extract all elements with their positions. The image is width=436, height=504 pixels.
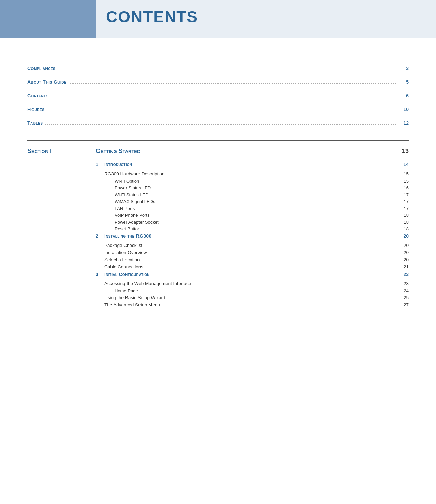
sub1-entry: The Advanced Setup Menu27 <box>96 302 409 307</box>
sub1-title: Installation Overview <box>104 250 395 255</box>
sub1-title: Select a Location <box>104 257 395 262</box>
sub2-entry: VoIP Phone Ports18 <box>96 213 409 218</box>
section-row: Section IGetting Started13 <box>27 148 409 155</box>
sub1-title: Package Checklist <box>104 243 395 248</box>
sub2-page: 17 <box>395 192 409 197</box>
sub2-page: 17 <box>395 199 409 204</box>
sub2-title: Home Page <box>115 288 395 293</box>
toc-entry-title: Figures <box>27 107 44 112</box>
section-page: 13 <box>395 148 409 155</box>
sub2-page: 18 <box>395 213 409 218</box>
chapter-page: 14 <box>395 162 409 167</box>
sub1-title: Using the Basic Setup Wizard <box>104 295 395 300</box>
main-content: Compliances3About This Guide5Contents6Fi… <box>0 38 436 504</box>
chapter-title: Installing the RG300 <box>104 233 395 239</box>
sub2-entry: Power Adapter Socket18 <box>96 220 409 225</box>
sub2-title: Power Adapter Socket <box>115 220 395 225</box>
section-title: Getting Started <box>96 148 395 155</box>
sub1-page: 21 <box>395 264 409 269</box>
toc-entry-page: 5 <box>398 79 409 85</box>
sub1-entry: Using the Basic Setup Wizard25 <box>96 295 409 300</box>
chapter-title: Initial Configuration <box>104 271 395 277</box>
sub2-title: Wi-Fi Status LED <box>115 192 395 197</box>
sub1-page: 23 <box>395 281 409 286</box>
sub2-page: 18 <box>395 220 409 225</box>
sub1-entry: Cable Connections21 <box>96 264 409 269</box>
sub1-entry: Installation Overview20 <box>96 250 409 255</box>
sub1-entry: Select a Location20 <box>96 257 409 262</box>
sub2-title: Reset Button <box>115 226 395 231</box>
toc-entry: Tables12 <box>27 116 409 130</box>
sub1-page: 15 <box>395 171 409 176</box>
toc-dots <box>58 70 396 70</box>
chapter-title: Introduction <box>104 162 395 167</box>
toc-dots <box>45 124 396 125</box>
chapter-page: 23 <box>395 271 409 277</box>
toc-entry: Compliances3 <box>27 62 409 75</box>
header-left-decoration <box>0 0 96 38</box>
sub1-entry: RG300 Hardware Description15 <box>96 171 409 176</box>
chapter-entry: 1Introduction14 <box>96 162 409 167</box>
toc-entry-page: 6 <box>398 93 409 98</box>
sub2-title: LAN Ports <box>115 206 395 211</box>
sub2-title: Wi-Fi Option <box>115 178 395 184</box>
sub1-page: 20 <box>395 257 409 262</box>
sub2-page: 18 <box>395 226 409 231</box>
toc-entry-title: About This Guide <box>27 79 66 85</box>
toc-simple-section: Compliances3About This Guide5Contents6Fi… <box>27 62 409 130</box>
toc-entry-page: 12 <box>398 120 409 126</box>
sub1-title: RG300 Hardware Description <box>104 171 395 176</box>
chapter-entry: 2Installing the RG30020 <box>96 233 409 239</box>
sub2-entry: Power Status LED16 <box>96 185 409 190</box>
sub1-title: The Advanced Setup Menu <box>104 302 395 307</box>
header: CONTENTS <box>0 0 436 38</box>
chapter-num: 1 <box>96 162 104 167</box>
chapter-num: 2 <box>96 233 104 239</box>
sub2-entry: Wi-Fi Status LED17 <box>96 192 409 197</box>
chapter-num: 3 <box>96 271 104 277</box>
chapter-block: 1Introduction14RG300 Hardware Descriptio… <box>96 162 409 307</box>
sub1-page: 20 <box>395 243 409 248</box>
sub2-entry: Home Page24 <box>96 288 409 293</box>
sub1-entry: Package Checklist20 <box>96 243 409 248</box>
sub2-title: WiMAX Signal LEDs <box>115 199 395 204</box>
toc-dots <box>47 111 396 111</box>
sub1-title: Cable Connections <box>104 264 395 269</box>
toc-dots <box>69 83 396 84</box>
page-title: CONTENTS <box>106 8 198 26</box>
sub2-entry: WiMAX Signal LEDs17 <box>96 199 409 204</box>
toc-entry-title: Tables <box>27 120 43 126</box>
sub1-page: 20 <box>395 250 409 255</box>
sub2-entry: Reset Button18 <box>96 226 409 231</box>
toc-entry-page: 10 <box>398 107 409 112</box>
sub2-page: 17 <box>395 206 409 211</box>
section-divider <box>27 140 409 141</box>
sub2-page: 16 <box>395 185 409 190</box>
sub2-title: VoIP Phone Ports <box>115 213 395 218</box>
toc-entry-title: Compliances <box>27 66 55 71</box>
sub2-entry: LAN Ports17 <box>96 206 409 211</box>
toc-entry-title: Contents <box>27 93 49 98</box>
sub1-entry: Accessing the Web Management Interface23 <box>96 281 409 286</box>
toc-entry: About This Guide5 <box>27 75 409 89</box>
toc-entry-page: 3 <box>398 66 409 71</box>
header-right: CONTENTS <box>96 0 436 38</box>
chapter-entry: 3Initial Configuration23 <box>96 271 409 277</box>
sub2-page: 24 <box>395 288 409 293</box>
sub1-title: Accessing the Web Management Interface <box>104 281 395 286</box>
sub2-page: 15 <box>395 178 409 184</box>
toc-simple-entries: Compliances3About This Guide5Contents6Fi… <box>27 62 409 130</box>
sub2-title: Power Status LED <box>115 185 395 190</box>
sub2-entry: Wi-Fi Option15 <box>96 178 409 184</box>
section-label: Section I <box>27 148 96 155</box>
sub1-page: 25 <box>395 295 409 300</box>
toc-dots <box>51 97 396 97</box>
toc-entry: Contents6 <box>27 89 409 103</box>
toc-entry: Figures10 <box>27 103 409 116</box>
sub1-page: 27 <box>395 302 409 307</box>
chapter-page: 20 <box>395 233 409 239</box>
sections-container: Section IGetting Started131Introduction1… <box>27 148 409 307</box>
